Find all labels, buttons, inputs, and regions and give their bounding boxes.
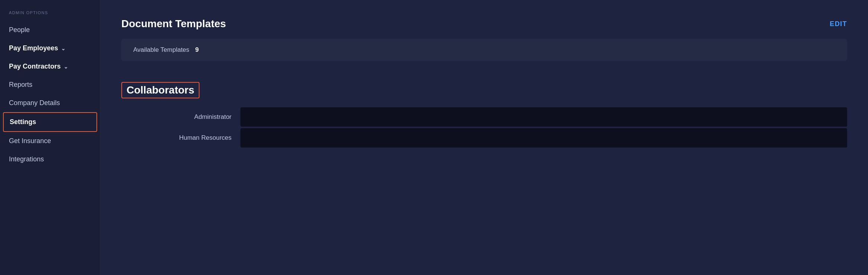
collaborators-section: Collaborators Administrator Human Resour… [121,82,847,148]
sidebar-item-reports[interactable]: Reports [0,76,100,94]
chevron-down-icon: ⌄ [64,64,68,70]
sidebar-item-people[interactable]: People [0,21,100,39]
collaborator-row-administrator: Administrator [121,107,847,127]
collaborator-value-bar-hr [240,128,847,148]
sidebar-item-settings[interactable]: Settings [3,112,97,132]
sidebar-item-pay-contractors[interactable]: Pay Contractors ⌄ [0,57,100,76]
document-templates-title: Document Templates [121,18,226,30]
sidebar-item-company-details-label: Company Details [9,99,60,107]
chevron-down-icon: ⌄ [61,45,66,51]
collaborator-row-hr: Human Resources [121,128,847,148]
available-templates-label: Available Templates [133,46,189,54]
sidebar-item-integrations-label: Integrations [9,155,44,163]
sidebar-item-settings-label: Settings [10,118,36,126]
sidebar-item-people-label: People [9,26,30,34]
available-templates-count: 9 [195,46,199,54]
main-content: Document Templates EDIT Available Templa… [100,0,868,275]
sidebar-item-pay-employees[interactable]: Pay Employees ⌄ [0,39,100,57]
collaborator-label-hr: Human Resources [121,134,240,142]
sidebar-item-reports-label: Reports [9,81,32,89]
sidebar-item-get-insurance-label: Get Insurance [9,137,51,145]
collaborators-header-box: Collaborators [121,82,200,98]
sidebar-item-pay-employees-label: Pay Employees [9,44,58,52]
sidebar-item-integrations[interactable]: Integrations [0,150,100,168]
sidebar-section-label: ADMIN OPTIONS [0,10,100,21]
sidebar-item-company-details[interactable]: Company Details [0,94,100,112]
sidebar: ADMIN OPTIONS People Pay Employees ⌄ Pay… [0,0,100,275]
sidebar-item-get-insurance[interactable]: Get Insurance [0,132,100,150]
available-templates-row: Available Templates 9 [121,39,847,61]
collaborator-label-administrator: Administrator [121,113,240,121]
collaborator-value-bar-administrator [240,107,847,127]
sidebar-item-pay-contractors-label: Pay Contractors [9,63,61,70]
document-templates-header: Document Templates EDIT [121,18,847,30]
collaborators-title: Collaborators [127,84,194,96]
edit-button[interactable]: EDIT [830,20,847,28]
